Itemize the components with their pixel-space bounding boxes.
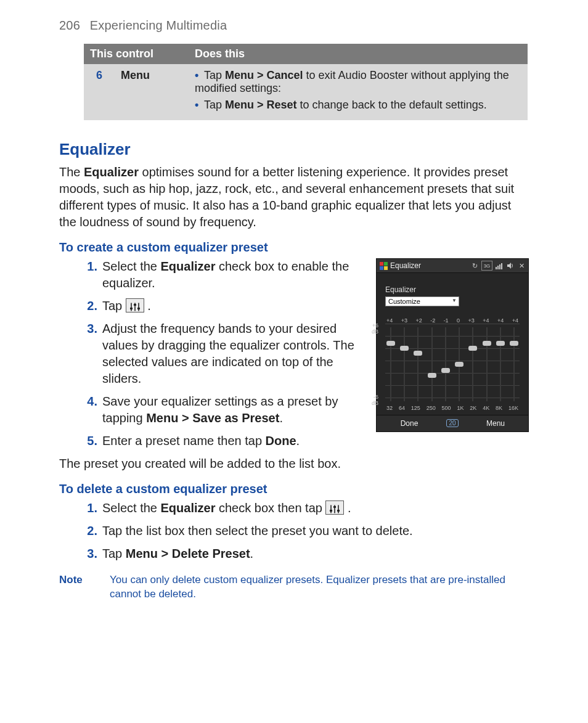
done-button[interactable]: Done bbox=[377, 415, 442, 431]
note-text: You can only delete custom equalizer pre… bbox=[110, 573, 529, 602]
control-index: 6 bbox=[84, 64, 115, 120]
step: 4. Save your equalizer settings as a pre… bbox=[80, 393, 355, 427]
band-slider[interactable] bbox=[414, 327, 422, 401]
band-slider[interactable] bbox=[428, 327, 436, 401]
note-label: Note bbox=[59, 573, 110, 602]
windows-logo-icon bbox=[379, 261, 388, 270]
speaker-icon bbox=[506, 261, 515, 270]
create-after-text: The preset you created will be added to … bbox=[59, 455, 529, 472]
network-3g-icon: 3G bbox=[481, 261, 492, 271]
control-description: • Tap Menu > Cancel to exit Audio Booste… bbox=[189, 64, 528, 120]
band-slider[interactable] bbox=[468, 327, 477, 401]
signal-icon bbox=[495, 261, 504, 270]
bullet: • Tap Menu > Cancel to exit Audio Booste… bbox=[195, 69, 521, 95]
table-head-control: This control bbox=[84, 44, 189, 64]
band-slider[interactable] bbox=[455, 327, 463, 401]
band-slider[interactable] bbox=[386, 327, 395, 401]
equalizer-bands: +4+3+2-2-10+3+4+4+4 bbox=[385, 317, 520, 411]
note: Note You can only delete custom equalize… bbox=[59, 573, 529, 602]
svg-rect-3 bbox=[134, 304, 136, 306]
svg-rect-8 bbox=[499, 264, 500, 269]
equalizer-sliders-icon bbox=[325, 500, 344, 515]
band-sliders bbox=[385, 324, 520, 405]
create-steps: 1. Select the Equalizer check box to ena… bbox=[80, 258, 355, 449]
menu-button[interactable]: Menu bbox=[463, 415, 528, 431]
section-heading-equalizer: Equalizer bbox=[59, 140, 529, 159]
sync-icon: ↻ bbox=[470, 261, 479, 270]
svg-rect-9 bbox=[501, 263, 502, 269]
device-titlebar: Equalizer ↻ 3G ✕ bbox=[377, 259, 528, 273]
table-row: 6 Menu • Tap Menu > Cancel to exit Audio… bbox=[84, 64, 528, 120]
step: 1. Select the Equalizer check box to ena… bbox=[80, 258, 355, 292]
svg-rect-14 bbox=[333, 506, 336, 508]
delete-steps: 1. Select the Equalizer check box then t… bbox=[80, 500, 529, 562]
page-number: 206 bbox=[59, 18, 80, 32]
band-slider[interactable] bbox=[483, 327, 491, 401]
svg-rect-12 bbox=[330, 510, 332, 512]
page: 206 Experiencing Multimedia This control… bbox=[0, 0, 588, 626]
svg-marker-10 bbox=[507, 263, 511, 269]
device-title: Equalizer bbox=[390, 261, 468, 270]
subheading-create-preset: To create a custom equalizer preset bbox=[59, 240, 529, 255]
preset-dropdown[interactable]: Customize bbox=[385, 296, 459, 306]
control-table: This control Does this 6 Menu • Tap Menu… bbox=[84, 44, 528, 120]
svg-rect-16 bbox=[337, 510, 340, 512]
svg-rect-1 bbox=[130, 308, 133, 309]
bullet-dot: • bbox=[195, 69, 198, 81]
table-head-does: Does this bbox=[189, 44, 528, 64]
device-bottom-bar: Done 20 Menu bbox=[377, 415, 528, 431]
step: 2. Tap the list box then select the pres… bbox=[80, 523, 529, 539]
band-slider[interactable] bbox=[510, 327, 518, 401]
band-freq-row: 32641252505001K2K4K8K16K bbox=[385, 405, 520, 411]
band-slider[interactable] bbox=[441, 327, 450, 401]
equalizer-screenshot: Equalizer ↻ 3G ✕ Equalizer Customize bbox=[376, 258, 529, 432]
equalizer-intro: The Equalizer optimises sound for a bett… bbox=[59, 164, 529, 231]
running-header: 206 Experiencing Multimedia bbox=[59, 18, 529, 33]
close-icon[interactable]: ✕ bbox=[517, 261, 526, 270]
svg-rect-6 bbox=[496, 267, 497, 269]
control-name: Menu bbox=[115, 64, 189, 120]
svg-rect-7 bbox=[497, 266, 499, 269]
equalizer-sliders-icon bbox=[126, 298, 144, 312]
step: 3. Adjust the frequency bands to your de… bbox=[80, 321, 355, 387]
svg-rect-5 bbox=[137, 308, 140, 309]
step: 2. Tap . bbox=[80, 298, 355, 314]
step: 3. Tap Menu > Delete Preset. bbox=[80, 545, 529, 562]
band-slider[interactable] bbox=[496, 327, 505, 401]
step: 1. Select the Equalizer check box then t… bbox=[80, 500, 529, 517]
subheading-delete-preset: To delete a custom equalizer preset bbox=[59, 482, 529, 496]
bullet: • Tap Menu > Reset to change back to the… bbox=[195, 99, 521, 112]
band-slider[interactable] bbox=[400, 327, 409, 401]
device-dropdown-label: Equalizer bbox=[385, 285, 520, 294]
bullet-dot: • bbox=[195, 99, 198, 111]
create-preset-area: 1. Select the Equalizer check box to ena… bbox=[59, 258, 529, 455]
step: 5. Enter a preset name then tap Done. bbox=[80, 433, 355, 449]
chapter-title: Experiencing Multimedia bbox=[90, 18, 227, 32]
band-values-row: +4+3+2-2-10+3+4+4+4 bbox=[385, 317, 520, 324]
keyboard-icon[interactable]: 20 bbox=[442, 415, 463, 431]
